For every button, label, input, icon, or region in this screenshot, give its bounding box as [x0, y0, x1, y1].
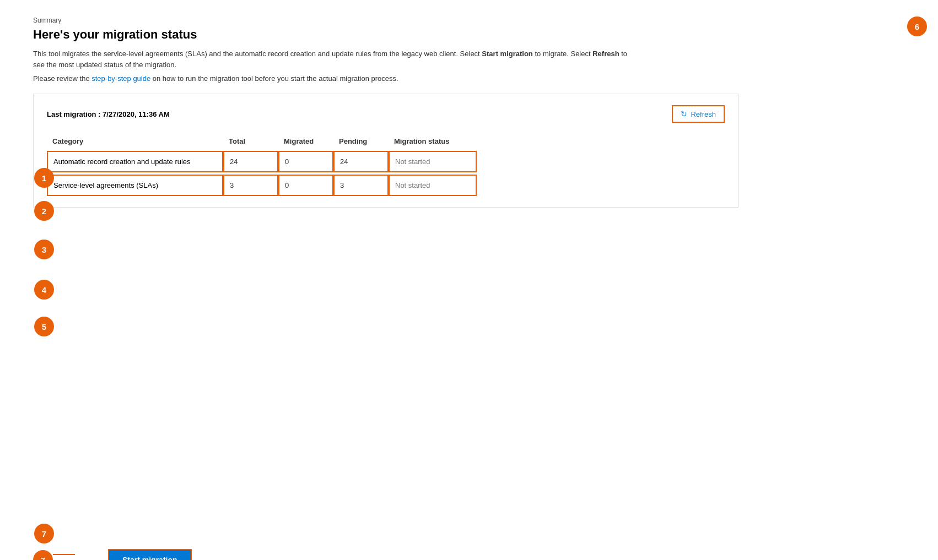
total-cell-1: 24 — [223, 151, 278, 172]
last-migration-label: Last migration : 7/27/2020, 11:36 AM — [47, 110, 170, 118]
annotation-4: 4 — [34, 280, 54, 300]
breadcrumb: Summary — [33, 17, 738, 24]
refresh-icon: ↻ — [681, 110, 687, 118]
step-by-step-guide-link[interactable]: step-by-step guide — [91, 74, 150, 83]
annotation-7: 7 — [34, 524, 54, 543]
migration-table: Category Total Migrated Pending Migratio… — [47, 134, 725, 196]
footer-area: 7 Start migration — [33, 538, 738, 560]
category-cell-1: Automatic record creation and update rul… — [47, 151, 223, 172]
header-pending: Pending — [333, 134, 389, 149]
card-header: Last migration : 7/27/2020, 11:36 AM ↻ R… — [47, 105, 725, 123]
status-cell-2: Not started — [389, 175, 477, 196]
annotation-5: 5 — [34, 317, 54, 336]
header-migration-status: Migration status — [389, 134, 477, 149]
header-category: Category — [47, 134, 223, 149]
guide-line: Please review the step-by-step guide on … — [33, 74, 738, 83]
category-cell-2: Service-level agreements (SLAs) — [47, 175, 223, 196]
migrated-cell-1: 0 — [278, 151, 333, 172]
status-cell-1: Not started — [389, 151, 477, 172]
total-cell-2: 3 — [223, 175, 278, 196]
annotation-2: 2 — [34, 201, 54, 221]
table-row: Automatic record creation and update rul… — [47, 151, 725, 172]
table-row: Service-level agreements (SLAs) 3 0 3 No… — [47, 175, 725, 196]
pending-cell-2: 3 — [333, 175, 389, 196]
migrated-cell-2: 0 — [278, 175, 333, 196]
annotation-overlay — [0, 0, 772, 560]
page-title: Here's your migration status — [33, 28, 738, 42]
header-total: Total — [223, 134, 278, 149]
pending-cell-1: 24 — [333, 151, 389, 172]
table-body: Automatic record creation and update rul… — [47, 151, 725, 196]
annotation-7: 7 — [33, 550, 53, 560]
header-migrated: Migrated — [278, 134, 333, 149]
annotation-6: 6 — [907, 17, 927, 36]
refresh-button[interactable]: ↻ Refresh — [672, 105, 725, 123]
migration-card: Last migration : 7/27/2020, 11:36 AM ↻ R… — [33, 94, 738, 208]
annotation-3: 3 — [34, 240, 54, 259]
start-migration-button[interactable]: Start migration — [108, 549, 192, 560]
annotation-1: 1 — [34, 168, 54, 188]
description-text: This tool migrates the service-level agr… — [33, 48, 639, 70]
table-header-row: Category Total Migrated Pending Migratio… — [47, 134, 725, 149]
